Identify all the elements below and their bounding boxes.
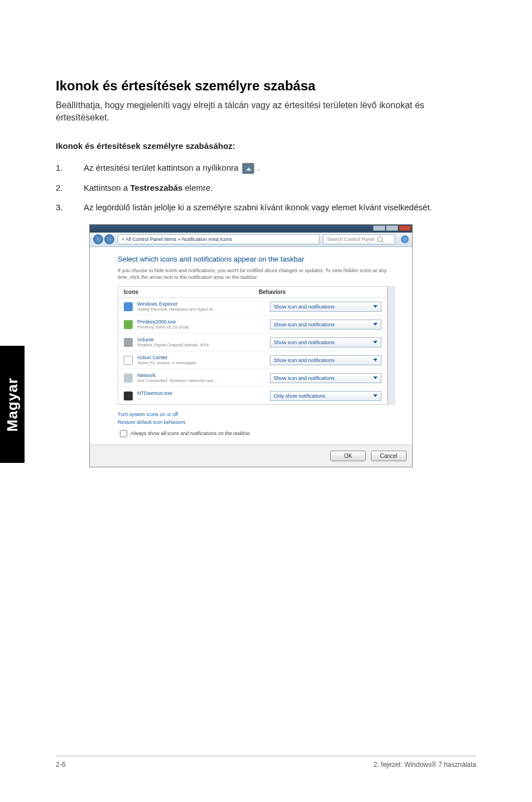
link-restore-defaults[interactable]: Restore default icon behaviors [118,419,395,425]
breadcrumb-text: « All Control Panel Items » Notification… [122,236,232,242]
behavior-select[interactable]: Show icon and notifications [270,302,381,312]
search-input[interactable]: Search Control Panel [323,234,395,244]
table-row: Windows Explorer Safely Remove Hardware … [118,298,387,316]
window-buttons[interactable] [373,225,411,231]
step-2-text-c: elemre. [185,183,213,192]
combo-value: Show icon and notifications [274,322,335,327]
row-sub: — [137,396,270,401]
ntdaemon-icon [124,392,133,400]
behavior-select[interactable]: Show icon and notifications [270,320,381,330]
combo-value: Show icon and notifications [274,375,335,381]
row-name: Action Center [137,355,270,360]
intro-text: Beállíthatja, hogy megjeleníti vagy elre… [56,99,476,124]
header-behaviors: Behaviors [259,289,381,295]
chevron-down-icon [373,305,378,308]
procedure-heading: Ikonok és értesítések személyre szabásáh… [56,141,476,151]
step-2: Kattintson a Testreszabás elemre. [56,182,476,194]
link-system-icons[interactable]: Turn system icons on or off [118,412,395,417]
row-name: NTDaemon.exe [137,390,270,396]
minimize-button[interactable] [373,225,385,231]
step-3: Az legördülő listán jelölje ki a személy… [56,201,476,213]
behavior-select[interactable]: Only show notifications [270,391,381,401]
always-show-label: Always show all icons and notifications … [130,431,250,436]
row-sub: PrintKey 2000 v5.10 (Full) [137,325,270,330]
step-2-bold: Testreszabás [130,183,182,192]
window-titlebar [90,225,412,233]
always-show-row: Always show all icons and notifications … [118,428,395,439]
row-sub: Not Connected. Wireless networks are... [137,378,270,383]
behavior-select[interactable]: Show icon and notifications [270,355,381,365]
table-row: Volume Realtek Digital Output(Optical): … [118,334,387,351]
always-show-checkbox[interactable] [120,430,127,437]
icons-table: Icons Behaviors Windows Explorer Safely … [118,286,388,405]
dialog-body: Select which icons and notifications app… [90,247,412,445]
table-header: Icons Behaviors [118,287,387,298]
dialog-hint: If you choose to hide icons and notifica… [118,268,395,281]
behavior-select[interactable]: Show icon and notifications [270,337,381,347]
chevron-down-icon [373,359,378,361]
header-icons: Icons [124,289,259,295]
printkey-icon [124,320,133,329]
scrollbar[interactable] [388,286,395,405]
page-title: Ikonok és értesítések személyre szabása [56,78,476,94]
table-row: NTDaemon.exe — Only show notifications [118,387,387,404]
table-row: Printkey2000.exe PrintKey 2000 v5.10 (Fu… [118,316,387,334]
combo-value: Only show notifications [274,393,325,399]
help-icon[interactable] [401,235,409,243]
row-name: Windows Explorer [137,301,270,307]
chevron-down-icon [373,394,378,397]
dialog-title: Select which icons and notifications app… [118,255,395,263]
dialog-footer: OK Cancel [90,445,412,467]
steps-list: Az értesítési terület kattintson a nyíli… [56,162,476,213]
step-1-text-b: . [258,163,260,172]
page-footer: 2-6 2. fejezet: Windows® 7 használata [56,756,476,769]
step-2-text-a: Kattintson a [84,183,130,192]
forward-button[interactable] [104,234,114,244]
embedded-screenshot: « All Control Panel Items » Notification… [89,224,413,467]
table-row: Action Center Solve PC issues: 2 message… [118,351,387,369]
search-placeholder: Search Control Panel [327,236,375,242]
step-1-text-a: Az értesítési terület kattintson a nyíli… [84,163,241,172]
combo-value: Show icon and notifications [274,304,335,310]
explorer-icon [124,302,133,311]
back-button[interactable] [93,234,103,244]
row-sub: Safely Remove Hardware and Eject M... [137,307,270,312]
ok-button[interactable]: OK [330,451,366,461]
behavior-select[interactable]: Show icon and notifications [270,373,381,383]
table-row: Network Not Connected. Wireless networks… [118,369,387,387]
chapter-label: 2. fejezet: Windows® 7 használata [374,761,476,769]
nav-arrows[interactable] [93,234,114,244]
combo-value: Show icon and notifications [274,340,335,345]
row-name: Network [137,373,270,378]
row-name: Volume [137,337,270,342]
page-content: Ikonok és értesítések személyre szabása … [0,0,532,467]
maximize-button[interactable] [386,225,398,231]
language-tab: Magyar [0,346,25,463]
icons-table-wrap: Icons Behaviors Windows Explorer Safely … [118,286,395,405]
chevron-down-icon [373,376,378,379]
combo-value: Show icon and notifications [274,357,335,363]
row-sub: Realtek Digital Output(Optical): 40% [137,342,270,347]
address-bar: « All Control Panel Items » Notification… [90,233,412,247]
close-button[interactable] [399,225,411,231]
page-number: 2-6 [56,761,65,769]
dialog-links: Turn system icons on or off Restore defa… [118,405,395,425]
step-1: Az értesítési terület kattintson a nyíli… [56,162,476,174]
network-icon [124,374,133,383]
search-icon [377,236,383,242]
chevron-down-icon [373,323,378,326]
cancel-button[interactable]: Cancel [371,451,407,461]
tray-arrow-icon [242,163,254,174]
volume-icon [124,338,133,347]
breadcrumb[interactable]: « All Control Panel Items » Notification… [118,234,320,244]
chevron-down-icon [373,341,378,344]
row-sub: Solve PC issues: 2 messages [137,360,270,365]
row-name: Printkey2000.exe [137,319,270,325]
action-center-icon [124,356,133,365]
